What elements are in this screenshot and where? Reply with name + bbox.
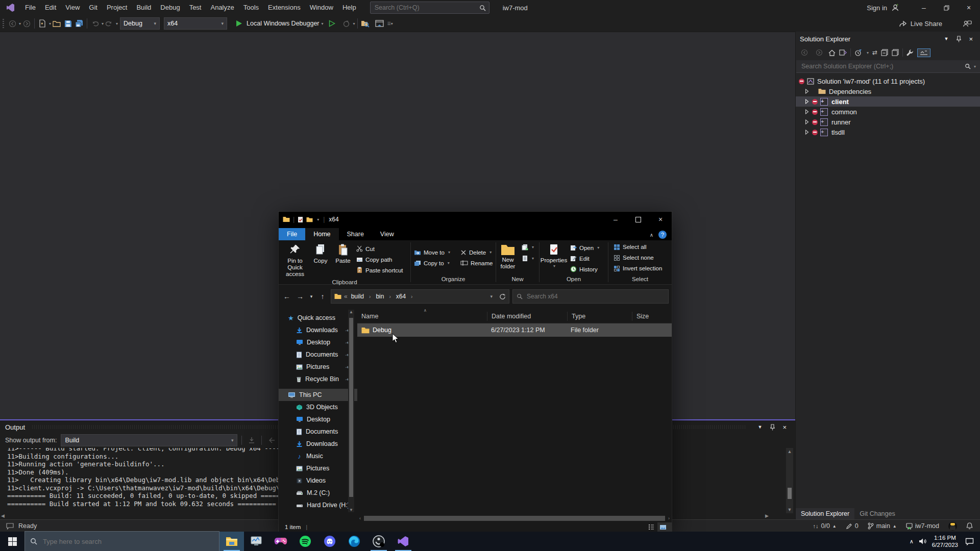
expander-icon[interactable] — [803, 99, 811, 104]
open-folder-icon[interactable] — [51, 18, 62, 29]
tab-git-changes[interactable]: Git Changes — [854, 508, 900, 519]
menu-view[interactable]: View — [61, 0, 84, 15]
taskbar-file-explorer[interactable] — [219, 532, 244, 551]
nav-pictures-pinned[interactable]: Pictures📌︎ — [279, 361, 357, 373]
explorer-search-box[interactable] — [512, 289, 669, 304]
menu-git[interactable]: Git — [84, 0, 102, 15]
git-pending-edits[interactable]: 0 — [841, 520, 863, 532]
menu-analyze[interactable]: Analyze — [206, 0, 238, 15]
nav-drive-c[interactable]: M.2 (C:) — [279, 487, 357, 499]
column-date-modified[interactable]: Date modified — [487, 312, 568, 321]
se-search-input[interactable] — [800, 62, 965, 70]
nav-desktop-pinned[interactable]: Desktop📌︎ — [279, 336, 357, 348]
column-type[interactable]: Type — [568, 312, 632, 321]
taskbar-search-input[interactable] — [42, 537, 214, 546]
delete-button[interactable]: Delete▾ — [458, 247, 495, 258]
nav-scrollbar[interactable]: ▲ ▼ — [348, 310, 354, 512]
se-wrench-icon[interactable] — [906, 49, 914, 56]
nav-3d-objects[interactable]: 3D Objects — [279, 401, 357, 413]
taskbar-game-bar[interactable] — [268, 532, 293, 551]
se-collapse-all-icon[interactable] — [881, 49, 888, 56]
tab-solution-explorer[interactable]: Solution Explorer — [796, 508, 854, 519]
se-switch-views-icon[interactable] — [839, 49, 847, 56]
column-name[interactable]: Name — [357, 312, 487, 321]
expander-icon[interactable] — [803, 89, 811, 94]
tree-item-runner[interactable]: runner — [796, 117, 980, 127]
se-pending-changes-filter-icon[interactable] — [854, 49, 862, 56]
up-button[interactable]: ↑ — [317, 292, 328, 300]
explorer-close-button[interactable]: × — [649, 212, 672, 227]
taskbar-search[interactable] — [24, 531, 219, 551]
copy-to-button[interactable]: Copy to▾ — [412, 258, 452, 268]
menu-help[interactable]: Help — [338, 0, 361, 15]
platform-dropdown[interactable]: x64▾ — [164, 17, 227, 30]
address-dropdown-caret[interactable]: ▾ — [490, 294, 493, 299]
redo-icon[interactable] — [104, 18, 115, 29]
toolbar-grip[interactable] — [3, 19, 4, 28]
menu-test[interactable]: Test — [185, 0, 206, 15]
se-sync-active-document-icon[interactable]: ⇄ — [872, 49, 877, 56]
help-icon[interactable]: ? — [658, 231, 667, 239]
refresh-icon[interactable] — [499, 293, 506, 300]
vs-search-input[interactable] — [374, 4, 479, 12]
details-view-button[interactable] — [645, 524, 657, 530]
nav-documents-pinned[interactable]: Documents📌︎ — [279, 348, 357, 361]
close-panel-icon[interactable]: × — [965, 35, 976, 43]
invert-selection-button[interactable]: Invert selection — [611, 263, 672, 274]
taskbar-clock[interactable]: 1:16 PM 6/27/2023 — [932, 534, 958, 549]
start-button[interactable] — [0, 532, 24, 551]
solution-explorer-search[interactable]: ▾ — [796, 60, 980, 73]
nav-desktop[interactable]: Desktop — [279, 413, 357, 425]
sign-in-link[interactable]: Sign in — [867, 4, 887, 12]
output-source-dropdown[interactable]: Build▾ — [61, 434, 237, 446]
tree-item-client[interactable]: client — [796, 96, 980, 107]
se-show-all-files-icon[interactable] — [917, 48, 930, 57]
nav-this-pc[interactable]: This PC — [279, 389, 357, 401]
nav-documents[interactable]: Documents — [279, 425, 357, 438]
taskbar-spotify[interactable] — [293, 532, 317, 551]
expander-icon[interactable] — [803, 130, 811, 135]
find-message-icon[interactable] — [246, 435, 257, 446]
taskbar-obs[interactable] — [366, 532, 391, 551]
easy-access-button[interactable]: ▾ — [520, 254, 536, 262]
user-avatar[interactable] — [944, 520, 962, 532]
paste-shortcut-button[interactable]: Paste shortcut — [354, 265, 405, 276]
move-to-button[interactable]: Move to▾ — [412, 247, 452, 258]
select-none-button[interactable]: Select none — [611, 253, 672, 263]
vs-search-box[interactable] — [370, 2, 489, 14]
nav-downloads-pinned[interactable]: Downloads📌︎ — [279, 324, 357, 336]
configuration-dropdown[interactable]: Debug▾ — [120, 17, 160, 30]
navigate-forward-icon[interactable] — [21, 18, 32, 29]
tree-item-dependencies[interactable]: Dependencies — [796, 86, 980, 96]
live-share-label[interactable]: Live Share — [911, 20, 942, 28]
vs-close-button[interactable]: × — [958, 0, 980, 15]
output-close-icon[interactable]: × — [779, 423, 790, 431]
minimize-ribbon-icon[interactable]: ∧ — [645, 230, 658, 240]
thumbnails-view-button[interactable] — [657, 522, 672, 532]
menu-build[interactable]: Build — [132, 0, 156, 15]
se-forward-icon[interactable] — [814, 47, 825, 58]
menu-tools[interactable]: Tools — [239, 0, 263, 15]
nav-recycle-bin-pinned[interactable]: Recycle Bin📌︎ — [279, 373, 357, 385]
forward-button[interactable]: → — [295, 292, 305, 300]
rename-button[interactable]: Rename — [458, 258, 495, 268]
recent-locations-caret[interactable]: ▾ — [308, 294, 314, 299]
live-share-icon[interactable] — [899, 20, 908, 28]
git-repository[interactable]: iw7-mod — [901, 520, 944, 532]
nav-downloads[interactable]: Downloads — [279, 438, 357, 450]
new-folder-button[interactable]: New folder — [496, 241, 520, 270]
git-branch[interactable]: main▲ — [863, 520, 901, 532]
undo-icon[interactable] — [89, 18, 101, 29]
open-button[interactable]: Open▾ — [568, 242, 601, 253]
properties-button[interactable]: Properties ▾ — [540, 241, 568, 268]
explorer-minimize-button[interactable]: – — [604, 212, 627, 227]
new-item-button[interactable]: ▾ — [520, 243, 536, 251]
tree-item-tlsdll[interactable]: tlsdll — [796, 127, 980, 137]
navigate-back-icon[interactable] — [7, 18, 18, 29]
address-field[interactable]: « build› bin› x64› ▾ — [331, 289, 509, 304]
paste-button[interactable]: Paste — [332, 241, 354, 264]
explorer-search-input[interactable] — [526, 292, 665, 300]
volume-icon[interactable] — [919, 538, 927, 545]
breadcrumb-bin[interactable]: bin — [375, 293, 385, 300]
toolbar-overflow-caret[interactable]: ☰▾ — [387, 21, 393, 26]
